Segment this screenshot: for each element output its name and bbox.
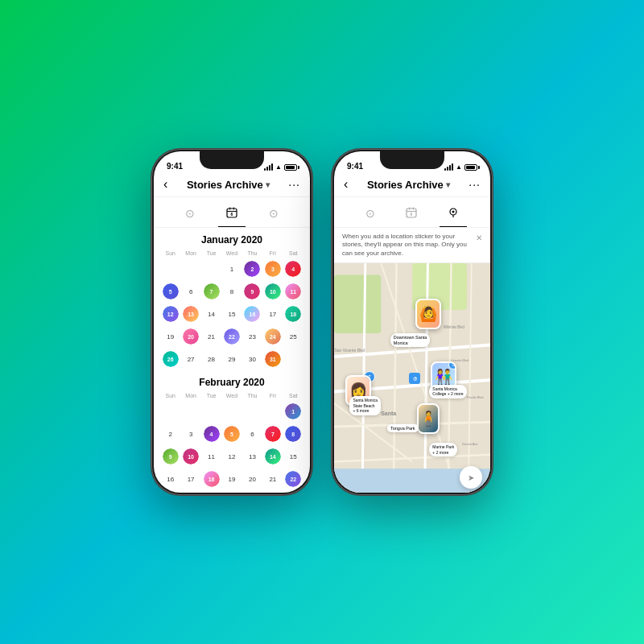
tab-location-right[interactable]: [440, 204, 467, 224]
story-feb-24[interactable]: 24: [180, 490, 200, 493]
chevron-down-icon-left: ▾: [266, 180, 270, 189]
calendar-icon-left: 6: [226, 207, 237, 221]
svg-line-18: [334, 455, 490, 462]
svg-text:6: 6: [411, 212, 413, 217]
story-feb-8[interactable]: 8: [283, 423, 303, 445]
map-pin-tongva[interactable]: Tongva Park: [387, 424, 419, 432]
story-feb-7[interactable]: 7: [262, 423, 283, 445]
tab-bar-left: ⊙ 6 ⊙: [154, 197, 310, 228]
story-jan-31[interactable]: 31: [262, 348, 283, 370]
status-icons-right: ▲: [444, 163, 477, 171]
story-jan-10[interactable]: 10: [262, 280, 283, 303]
story-jan-4[interactable]: 4: [283, 258, 303, 280]
month-february: February 2020: [160, 377, 303, 388]
tab-grid-right[interactable]: ⊙: [357, 204, 383, 224]
more-button-right[interactable]: ···: [469, 178, 481, 191]
tab-bar-right: ⊙ 6: [334, 197, 490, 228]
grid-icon-left: ⊙: [185, 207, 195, 220]
notch-right: [380, 151, 444, 169]
map-content: When you add a location sticker to your …: [334, 228, 490, 493]
svg-rect-2: [233, 208, 234, 210]
tab-calendar-right[interactable]: 6: [398, 204, 425, 224]
map-pin-marine[interactable]: Marine Park+ 2 more: [429, 443, 457, 456]
map-pin-label-tongva: Tongva Park: [390, 426, 415, 431]
story-jan-24[interactable]: 24: [262, 325, 283, 348]
svg-text:Pacific Blvd: Pacific Blvd: [467, 395, 484, 399]
story-feb-18[interactable]: 18: [201, 468, 221, 490]
location-info-banner: When you add a location sticker to your …: [334, 228, 490, 263]
svg-line-23: [469, 263, 472, 493]
story-feb-14[interactable]: 14: [262, 445, 283, 468]
tab-grid-left[interactable]: ⊙: [177, 204, 203, 224]
story-jan-18[interactable]: 18: [283, 303, 303, 325]
back-button-left[interactable]: ‹: [163, 177, 167, 192]
month-january: January 2020: [160, 234, 303, 246]
banner-close-button[interactable]: ✕: [476, 233, 482, 243]
location-button[interactable]: ➤: [460, 466, 482, 489]
story-jan-22[interactable]: 22: [221, 325, 242, 348]
svg-point-11: [452, 211, 455, 213]
story-feb-4[interactable]: 4: [201, 423, 221, 445]
svg-text:Wilshire Blvd: Wilshire Blvd: [444, 325, 465, 329]
story-feb-9[interactable]: 9: [160, 445, 180, 468]
story-feb-27[interactable]: 27: [242, 490, 262, 493]
map-pin-beach[interactable]: Santa MonicaState Beach+ 6 more: [349, 396, 381, 415]
calendar-grid-february: Sun Mon Tue Wed Thu Fri Sat: [160, 391, 303, 493]
svg-rect-1: [229, 208, 230, 210]
story-jan-3[interactable]: 3: [262, 258, 283, 280]
map-pin-college[interactable]: Santa MonicaCollege + 2 more: [429, 385, 466, 398]
signal-icon-right: [444, 163, 453, 171]
story-feb-1[interactable]: 1: [283, 400, 303, 423]
nav-bar-left: ‹ Stories Archive ▾ ···: [154, 174, 310, 197]
calendar-content: January 2020 Sun Mon Tue Wed Thu Fri Sat: [154, 228, 310, 493]
svg-text:Santa: Santa: [381, 411, 396, 416]
nav-title-left: Stories Archive ▾: [187, 179, 270, 191]
story-jan-11[interactable]: 11: [283, 280, 303, 303]
battery-icon-left: [284, 164, 297, 171]
map-photo-pin-4[interactable]: 🧍: [417, 403, 440, 434]
status-time-right: 9:41: [347, 162, 363, 171]
signal-icon-left: [264, 163, 273, 171]
story-feb-28[interactable]: 28: [262, 490, 283, 493]
story-jan-2[interactable]: 2: [242, 258, 262, 280]
back-button-right[interactable]: ‹: [344, 177, 348, 192]
story-feb-26[interactable]: 26: [221, 490, 242, 493]
nav-title-right: Stories Archive ▾: [367, 179, 450, 191]
status-icons-left: ▲: [264, 163, 297, 171]
story-jan-13[interactable]: 13: [180, 303, 200, 325]
story-jan-7[interactable]: 7: [201, 280, 221, 303]
story-jan-20[interactable]: 20: [180, 325, 200, 348]
map-pin-label-college: Santa MonicaCollege + 2 more: [432, 386, 463, 397]
nav-bar-right: ‹ Stories Archive ▾ ···: [334, 174, 490, 197]
svg-rect-13: [334, 275, 381, 334]
map-area[interactable]: San Vicente Blvd Wilshire Blvd Santa Mon…: [334, 263, 490, 493]
wifi-icon-left: ▲: [275, 163, 282, 171]
location-icon-right: [448, 207, 459, 221]
more-button-left[interactable]: ···: [288, 178, 300, 191]
story-feb-5[interactable]: 5: [221, 423, 242, 445]
svg-text:San Vicente Blvd: San Vicente Blvd: [334, 348, 365, 353]
calendar-grid-january: Sun Mon Tue Wed Thu Fri Sat 1 2: [160, 249, 303, 370]
story-feb-25[interactable]: 25: [201, 490, 221, 493]
story-jan-5[interactable]: 5: [160, 280, 180, 303]
map-pin-label-downtown: Downtown SantaMonica: [394, 335, 427, 345]
map-pin-label-marine: Marine Park+ 2 more: [432, 444, 454, 455]
story-feb-10[interactable]: 10: [180, 445, 200, 468]
map-photo-pin-1[interactable]: 🙆: [415, 299, 441, 329]
map-pin-downtown[interactable]: Downtown SantaMonica: [390, 333, 431, 347]
svg-rect-6: [409, 208, 410, 210]
story-jan-26[interactable]: 26: [160, 348, 180, 370]
phones-container: 9:41 ▲ ‹ Stori: [151, 149, 493, 495]
svg-text:Lincoln Blvd: Lincoln Blvd: [452, 358, 469, 362]
story-feb-22[interactable]: 22: [283, 468, 303, 490]
story-jan-16[interactable]: 16: [242, 303, 262, 325]
status-time-left: 9:41: [167, 162, 183, 171]
story-jan-9[interactable]: 9: [242, 280, 262, 303]
tab-location-left[interactable]: ⊙: [261, 204, 287, 224]
story-jan-12[interactable]: 12: [160, 303, 180, 325]
notch-left: [200, 151, 264, 169]
tab-calendar-left[interactable]: 6: [218, 204, 246, 224]
wifi-icon-right: ▲: [456, 163, 462, 171]
battery-icon-right: [464, 164, 477, 171]
calendar-icon-right: 6: [406, 207, 417, 221]
